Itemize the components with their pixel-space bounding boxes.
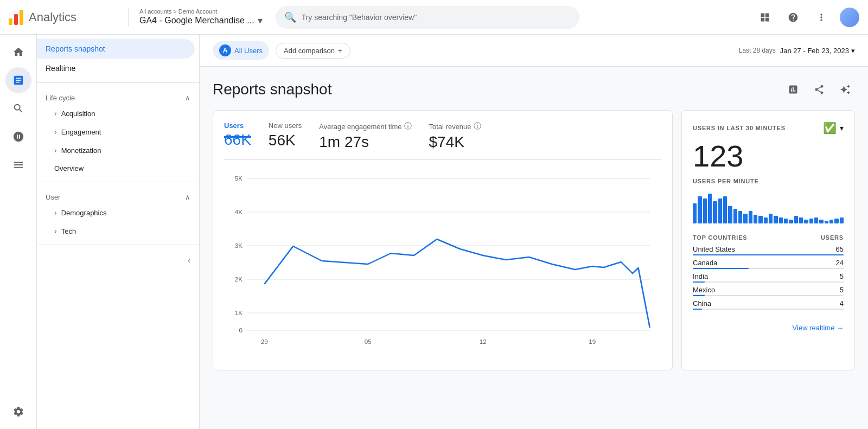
country-row-data: China 4: [693, 299, 844, 308]
country-bar-container: [693, 281, 844, 283]
sidebar-item-overview[interactable]: Overview: [37, 159, 199, 177]
metric-engagement[interactable]: Average engagement time ⓘ 1m 27s: [319, 121, 411, 151]
sidebar-item-demographics[interactable]: › Demographics: [37, 203, 199, 222]
page-title: Reports snapshot: [213, 81, 331, 98]
nav-home[interactable]: [5, 39, 31, 65]
countries-list: United States 65 Canada 24 India 5 Mexic…: [693, 245, 844, 310]
realtime-label: Users in last 30 minutes: [693, 125, 786, 131]
country-row: Mexico 5: [693, 286, 844, 296]
mini-bar-item: [728, 206, 732, 223]
mini-bar-item: [825, 221, 828, 224]
help-icon[interactable]: [783, 8, 803, 27]
sidebar-section-user: User ∧: [37, 187, 199, 203]
more-vert-icon[interactable]: [812, 8, 831, 27]
metric-users-value: 66K: [224, 131, 251, 149]
country-bar-container: [693, 268, 844, 269]
logo-bar-2: [14, 14, 18, 25]
country-users: 24: [836, 259, 844, 267]
country-bar-container: [693, 309, 844, 310]
date-range-selector[interactable]: Jan 27 - Feb 23, 2023 ▾: [780, 47, 855, 55]
chart-view-icon[interactable]: [783, 80, 803, 99]
chevron-right-icon: ›: [54, 208, 57, 217]
sidebar-item-label: Reports snapshot: [46, 44, 105, 53]
search-box[interactable]: 🔍 Try searching "Behavior overview": [276, 6, 579, 29]
mini-bar-item: [834, 219, 838, 223]
sidebar-divider-1: [37, 82, 199, 83]
nav-reports[interactable]: [5, 67, 31, 93]
share-icon[interactable]: [809, 80, 829, 99]
last-days-label: Last 28 days: [739, 47, 776, 54]
account-selector[interactable]: All accounts > Demo Account GA4 - Google…: [128, 8, 263, 27]
countries-header: Top countries Users: [693, 234, 844, 241]
country-bar: [693, 281, 705, 283]
top-countries-label: Top countries: [693, 234, 747, 241]
toolbar-right: Last 28 days Jan 27 - Feb 23, 2023 ▾: [739, 47, 855, 55]
sidebar-item-realtime[interactable]: Realtime: [37, 59, 195, 78]
svg-text:Jan: Jan: [259, 345, 270, 347]
users-per-minute-label: Users per minute: [693, 178, 844, 184]
nav-advertising[interactable]: [5, 124, 31, 150]
view-realtime-link[interactable]: View realtime →: [693, 324, 844, 332]
countries-section: Top countries Users United States 65 Can…: [693, 234, 844, 313]
mini-bar-item: [794, 216, 798, 223]
realtime-status[interactable]: ✅ ▾: [823, 121, 844, 135]
search-area: 🔍 Try searching "Behavior overview": [276, 6, 579, 29]
nav-configure[interactable]: [5, 152, 31, 178]
metric-users[interactable]: Users 66K: [224, 121, 251, 151]
sidebar-collapse-button[interactable]: ‹: [37, 249, 199, 271]
add-comparison-button[interactable]: Add comparison +: [276, 43, 350, 59]
country-bar: [693, 295, 705, 296]
sidebar-item-reports-snapshot[interactable]: Reports snapshot: [37, 39, 195, 59]
date-range-value: Jan 27 - Feb 23, 2023: [780, 47, 849, 55]
sidebar-divider-2: [37, 182, 199, 182]
collapse-lifecycle-icon[interactable]: ∧: [185, 94, 190, 102]
country-bar: [693, 309, 702, 310]
sidebar-item-label: Realtime: [46, 64, 75, 73]
chevron-right-icon: ›: [54, 227, 57, 235]
sidebar-divider-3: [37, 245, 199, 245]
grid-icon[interactable]: [755, 8, 775, 27]
sidebar-item-acquisition[interactable]: › Acquisition: [37, 104, 199, 123]
country-bar: [693, 268, 749, 269]
account-name[interactable]: GA4 - Google Merchandise ... ▾: [139, 15, 263, 27]
avatar[interactable]: [840, 8, 859, 27]
svg-text:Feb: Feb: [362, 345, 373, 347]
metric-revenue[interactable]: Total revenue ⓘ $74K: [429, 121, 481, 151]
all-users-badge[interactable]: A All Users: [213, 41, 269, 60]
metric-revenue-label: Total revenue ⓘ: [429, 121, 481, 131]
line-chart: 5K 4K 3K 2K 1K 0 29 Jan 05 Fe: [224, 173, 661, 347]
metric-new-users-label: New users: [269, 121, 302, 130]
country-name: Canada: [693, 259, 718, 267]
mini-bar-item: [769, 214, 773, 223]
country-name: Mexico: [693, 286, 715, 294]
account-dropdown-icon: ▾: [258, 15, 263, 27]
country-row-data: Mexico 5: [693, 286, 844, 294]
svg-text:4K: 4K: [235, 209, 243, 215]
chevron-right-icon: ›: [54, 109, 57, 118]
nav-settings[interactable]: [5, 399, 31, 425]
sidebar-item-tech[interactable]: › Tech: [37, 222, 199, 240]
chevron-right-icon: ›: [54, 146, 57, 155]
mini-bar-item: [749, 211, 752, 223]
logo-bar-1: [9, 18, 12, 25]
metric-engagement-value: 1m 27s: [319, 133, 411, 151]
mini-bar-item: [703, 199, 707, 223]
country-users: 5: [840, 272, 844, 280]
svg-text:19: 19: [589, 338, 596, 345]
page-header-actions: [783, 80, 855, 99]
date-dropdown-icon: ▾: [851, 47, 855, 55]
search-icon: 🔍: [284, 11, 296, 23]
mini-bar-item: [784, 219, 788, 223]
sidebar-item-engagement[interactable]: › Engagement: [37, 123, 199, 141]
realtime-count: 123: [693, 141, 844, 171]
realtime-card: Users in last 30 minutes ✅ ▾ 123 Users p…: [681, 110, 855, 370]
metric-new-users[interactable]: New users 56K: [269, 121, 302, 151]
country-row-data: United States 65: [693, 245, 844, 253]
nav-explore[interactable]: [5, 95, 31, 121]
mini-bar-item: [758, 216, 762, 223]
collapse-icon: ‹: [188, 256, 190, 265]
sidebar-item-monetization[interactable]: › Monetization: [37, 141, 199, 159]
sparkle-icon[interactable]: [835, 80, 855, 99]
collapse-user-icon[interactable]: ∧: [185, 193, 190, 201]
mini-bar-item: [809, 219, 813, 223]
